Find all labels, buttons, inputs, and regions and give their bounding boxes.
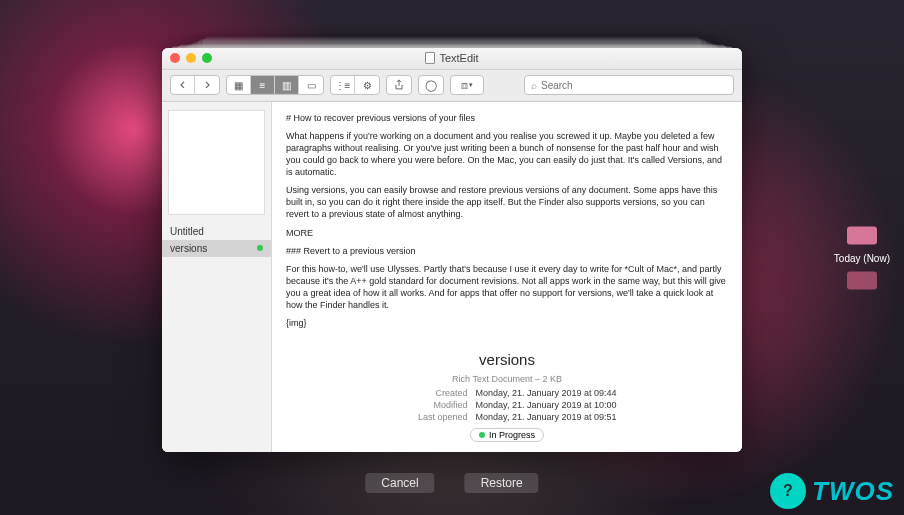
watermark-text: TWOS bbox=[812, 476, 894, 507]
forward-button[interactable] bbox=[195, 76, 219, 94]
watermark-badge-icon: ? bbox=[770, 473, 806, 509]
meta-created-label: Created bbox=[398, 388, 468, 400]
action-button[interactable]: ⚙ bbox=[355, 76, 379, 94]
versions-stack: TextEdit ▦ ≡ ▥ ▭ ⋮≡ ⚙ bbox=[162, 47, 742, 451]
cancel-button[interactable]: Cancel bbox=[365, 473, 434, 493]
doc-para: Using versions, you can easily browse an… bbox=[286, 184, 728, 220]
view-list-button[interactable]: ≡ bbox=[251, 76, 275, 94]
dropbox-icon: ⧈ bbox=[461, 78, 468, 91]
toolbar: ▦ ≡ ▥ ▭ ⋮≡ ⚙ ◯ ⧈ ▾ ⌕ bbox=[162, 69, 742, 101]
textedit-window: TextEdit ▦ ≡ ▥ ▭ ⋮≡ ⚙ bbox=[162, 47, 742, 451]
document-preview: # How to recover previous versions of yo… bbox=[272, 101, 742, 345]
window-title-text: TextEdit bbox=[439, 52, 478, 64]
timeline-tick[interactable] bbox=[847, 226, 877, 244]
versions-timeline[interactable]: Today (Now) bbox=[834, 226, 890, 289]
sidebar-item-label: versions bbox=[170, 242, 207, 253]
doc-heading: # How to recover previous versions of yo… bbox=[286, 111, 728, 123]
meta-lastopened-value: Monday, 21. January 2019 at 09:51 bbox=[476, 411, 617, 423]
arrange-button[interactable]: ⋮≡ bbox=[331, 76, 355, 94]
sidebar-item-untitled[interactable]: Untitled bbox=[162, 222, 271, 239]
sidebar-preview-thumb[interactable] bbox=[168, 109, 265, 214]
back-button[interactable] bbox=[171, 76, 195, 94]
titlebar[interactable]: TextEdit bbox=[162, 47, 742, 69]
meta-modified-label: Modified bbox=[398, 400, 468, 412]
view-gallery-button[interactable]: ▭ bbox=[299, 76, 323, 94]
nav-group bbox=[170, 75, 220, 95]
document-icon bbox=[425, 52, 435, 64]
file-metadata: versions Rich Text Document – 2 KB Creat… bbox=[272, 345, 742, 451]
doc-para: For this how-to, we'll use Ulysses. Part… bbox=[286, 263, 728, 312]
content-pane: # How to recover previous versions of yo… bbox=[272, 101, 742, 451]
view-column-button[interactable]: ▥ bbox=[275, 76, 299, 94]
search-field[interactable] bbox=[541, 79, 727, 90]
search-input[interactable]: ⌕ bbox=[524, 75, 734, 95]
share-button[interactable] bbox=[386, 75, 412, 95]
view-group: ▦ ≡ ▥ ▭ bbox=[226, 75, 324, 95]
doc-para: What happens if you're working on a docu… bbox=[286, 130, 728, 179]
doc-para: {img} bbox=[286, 317, 728, 329]
watermark: ? TWOS bbox=[770, 473, 894, 509]
chevron-down-icon: ▾ bbox=[469, 81, 473, 89]
search-icon: ⌕ bbox=[531, 79, 537, 90]
view-icon-button[interactable]: ▦ bbox=[227, 76, 251, 94]
tag-label: In Progress bbox=[489, 429, 535, 439]
window-body: Untitled versions # How to recover previ… bbox=[162, 101, 742, 451]
doc-subheading: ### Revert to a previous version bbox=[286, 245, 728, 257]
sidebar-item-label: Untitled bbox=[170, 225, 204, 236]
meta-filename: versions bbox=[286, 351, 728, 368]
window-title: TextEdit bbox=[162, 52, 742, 64]
doc-para: MORE bbox=[286, 227, 728, 239]
timeline-label: Today (Now) bbox=[834, 252, 890, 263]
restore-button[interactable]: Restore bbox=[465, 473, 539, 493]
meta-lastopened-label: Last opened bbox=[398, 411, 468, 423]
tag-dot-icon bbox=[479, 431, 485, 437]
sidebar: Untitled versions bbox=[162, 101, 272, 451]
footer-buttons: Cancel Restore bbox=[365, 473, 538, 493]
sidebar-item-versions[interactable]: versions bbox=[162, 239, 271, 256]
tag-pill[interactable]: In Progress bbox=[470, 427, 544, 441]
meta-subtitle: Rich Text Document – 2 KB bbox=[286, 374, 728, 384]
timeline-tick[interactable] bbox=[847, 271, 877, 289]
meta-created-value: Monday, 21. January 2019 at 09:44 bbox=[476, 388, 617, 400]
tag-dot-icon bbox=[257, 245, 263, 251]
meta-modified-value: Monday, 21. January 2019 at 10:00 bbox=[476, 400, 617, 412]
dropbox-button[interactable]: ⧈ ▾ bbox=[450, 75, 484, 95]
arrange-group: ⋮≡ ⚙ bbox=[330, 75, 380, 95]
tags-button[interactable]: ◯ bbox=[418, 75, 444, 95]
